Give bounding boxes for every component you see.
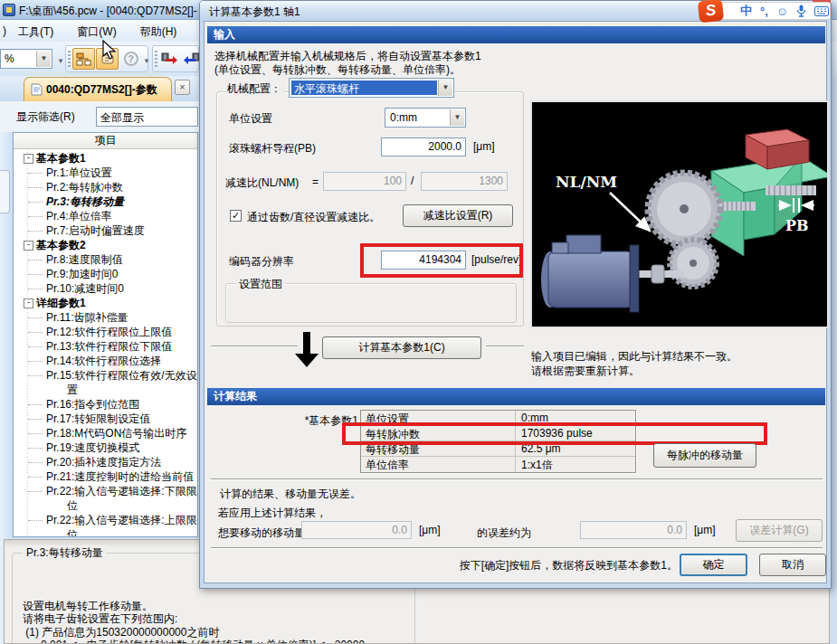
toolbar-grip[interactable] — [68, 51, 71, 69]
ime-emoji-icon[interactable]: ☺ — [776, 5, 788, 18]
description-line: (1) 产品信息为150320000000000之前时 — [23, 626, 412, 639]
encoder-highlight-annotation — [360, 243, 523, 278]
toolbar-grip[interactable] — [155, 51, 157, 69]
tree-item[interactable]: 基本参数2 — [14, 238, 197, 252]
machine-config-combo[interactable]: 水平滚珠螺杆 ▼ — [289, 78, 454, 98]
chevron-down-icon[interactable]: ▼ — [36, 51, 51, 67]
lead-image-label: PB — [785, 217, 809, 234]
tree-item[interactable]: Pr.17:转矩限制设定值 — [14, 412, 197, 426]
mouse-cursor — [101, 40, 119, 60]
display-filter-combo[interactable]: 全部显示 — [96, 107, 198, 127]
tree-item[interactable]: Pr.20:插补速度指定方法 — [14, 455, 197, 469]
tree-item[interactable]: Pr.11:齿隙补偿量 — [14, 310, 197, 325]
ime-lang-toggle[interactable]: 中 — [740, 3, 752, 19]
tree-item[interactable]: Pr.15:软件行程限位有效/无效设置 — [14, 368, 198, 397]
tree-item[interactable]: Pr.13:软件行程限位下限值 — [14, 339, 197, 354]
description-line: 0.001 <= 电子齿轮[每转脉冲数 / (每转移动量 x 单位倍率)] <=… — [23, 639, 412, 644]
lead-input[interactable]: 2000.0 — [381, 137, 466, 156]
dialog-title: 计算基本参数1 轴1 — [209, 5, 300, 20]
blue-arrow-icon — [183, 52, 200, 66]
tree-item[interactable]: Pr.10:减速时间0 — [14, 281, 197, 296]
tree-item[interactable]: Pr.7:启动时偏置速度 — [14, 223, 197, 238]
menu-item[interactable]: 工具(T) — [18, 24, 53, 40]
tree-item[interactable]: Pr.21:速度控制时的进给当前值 — [14, 469, 197, 484]
tree-item[interactable]: Pr.14:软件行程限位选择 — [14, 354, 197, 368]
tree-item[interactable]: 详细参数1 — [14, 296, 197, 310]
input-section-header: 输入 — [207, 26, 825, 43]
table-row: 单位倍率 1:x1倍 — [361, 457, 635, 472]
tab-close-button[interactable]: × — [175, 80, 190, 95]
keyboard-icon[interactable] — [814, 6, 829, 16]
parameter-tree-panel: 项目 基本参数1Pr.1:单位设置Pr.2:每转脉冲数Pr.3:每转移动量Pr.… — [13, 132, 198, 537]
toolbar-overflow-icon[interactable]: ▾ — [141, 56, 152, 69]
tree-item[interactable]: Pr.12:软件行程限位上限值 — [14, 325, 197, 339]
divider — [211, 547, 823, 549]
tree-rows: 基本参数1Pr.1:单位设置Pr.2:每转脉冲数Pr.3:每转移动量Pr.4:单… — [14, 149, 197, 537]
ime-toolbar: 中 °, ☺ — [712, 2, 831, 20]
lead-unit: [μm] — [473, 140, 495, 153]
toolbar-group-transfer — [152, 45, 199, 72]
no-error-text: 计算的结果、移动量无误差。 — [220, 487, 361, 502]
notice-line1: 输入项目已编辑，因此与计算结果不一致。 — [531, 349, 737, 365]
description-line: 设置电机每转工作移动量。 — [23, 600, 412, 613]
notice-line2: 请根据需要重新计算。 — [531, 364, 640, 379]
tree-item[interactable]: Pr.3:每转移动量 — [14, 194, 197, 209]
move-amount-label: 想要移动的移动量 — [218, 526, 305, 541]
unit-setting-combo[interactable]: 0:mm ▼ — [385, 108, 466, 128]
zoom-combo[interactable]: % ▼ — [0, 49, 52, 69]
error-calc-button: 误差计算(G) — [736, 519, 823, 542]
reduction-setting-button[interactable]: 减速比设置(R) — [403, 204, 513, 227]
tab-label: 0040:QD77MS2[]-参数 — [46, 82, 157, 98]
tree-item[interactable]: Pr.9:加速时间0 — [14, 267, 197, 281]
menu-items: 工具(T)窗口(W)帮助(H) — [18, 24, 176, 40]
tree-item[interactable]: Pr.8:速度限制值 — [14, 252, 197, 267]
gear-ratio-checkbox-label[interactable]: 通过齿数/直径设置减速比。 — [247, 210, 380, 225]
menu-fragment[interactable]: ) — [3, 24, 6, 37]
project-tree-button[interactable] — [72, 48, 95, 70]
divider — [211, 346, 298, 347]
ime-punct-toggle[interactable]: °, — [760, 5, 768, 18]
divider — [211, 478, 823, 480]
reduction-numerator-input: 100 — [323, 172, 406, 191]
down-arrow-icon — [303, 332, 310, 355]
display-filter-label: 显示筛选(R) — [16, 109, 75, 125]
footer-note: 按下[确定]按钮后，数据将反映到基本参数1。 — [336, 558, 678, 573]
error-amount-input: 0.0 — [580, 521, 687, 539]
tree-item[interactable]: Pr.22:输入信号逻辑选择:下限限位 — [14, 484, 198, 513]
tree-item[interactable]: Pr.19:速度切换模式 — [14, 440, 197, 455]
move-amount-unit: [μm] — [419, 524, 441, 536]
error-approx-label: 的误差约为 — [477, 526, 531, 541]
docked-panel-grip[interactable] — [0, 170, 10, 213]
menu-item[interactable]: 帮助(H) — [140, 24, 177, 40]
tree-item[interactable]: Pr.22:输入信号逻辑选择:上限限位 — [14, 513, 198, 537]
chevron-down-icon[interactable]: ▼ — [438, 80, 452, 96]
chevron-down-icon[interactable]: ▼ — [450, 109, 464, 126]
tree-item[interactable]: Pr.16:指令到位范围 — [14, 397, 197, 412]
calc-basic-params-dialog: 计算基本参数1 轴1 输入 选择机械配置并输入机械规格后，将自动设置基本参数1 … — [199, 0, 832, 589]
per-pulse-movement-button[interactable]: 每脉冲的移动量 — [653, 443, 756, 468]
help-button[interactable]: ? — [119, 48, 142, 70]
machine-illustration: NL/NM PB — [530, 100, 829, 328]
cancel-button[interactable]: 取消 — [759, 554, 826, 576]
tree-item[interactable]: Pr.4:单位倍率 — [14, 209, 197, 223]
tab-parameter[interactable]: 0040:QD77MS2[]-参数 — [24, 77, 172, 101]
tree-icon — [76, 52, 91, 66]
error-amount-unit: [μm] — [694, 524, 716, 536]
microphone-icon[interactable] — [796, 5, 806, 17]
tree-item[interactable]: Pr.1:单位设置 — [14, 166, 197, 180]
reduction-equals: = — [312, 175, 319, 188]
menu-item[interactable]: 窗口(W) — [77, 24, 116, 40]
calc-basic-params-button[interactable]: 计算基本参数1(C) — [322, 336, 481, 359]
write-to-plc-button[interactable] — [158, 48, 181, 70]
gear-ratio-checkbox[interactable]: ✓ — [230, 210, 242, 222]
result-section-header: 计算结果 — [207, 388, 825, 405]
tree-item[interactable]: Pr.2:每转脉冲数 — [14, 180, 197, 194]
ime-logo[interactable]: S — [698, 0, 724, 23]
divider — [486, 346, 524, 347]
red-arrow-icon — [161, 52, 178, 66]
screen: F:\桌面\456.pcw - [0040:QD77MS2[]- ) 工具(T)… — [0, 0, 837, 644]
ok-button[interactable]: 确定 — [680, 554, 747, 576]
tree-item[interactable]: 基本参数1 — [14, 151, 197, 166]
app-icon — [3, 4, 15, 16]
tree-item[interactable]: Pr.18:M代码ON信号输出时序 — [14, 426, 197, 440]
